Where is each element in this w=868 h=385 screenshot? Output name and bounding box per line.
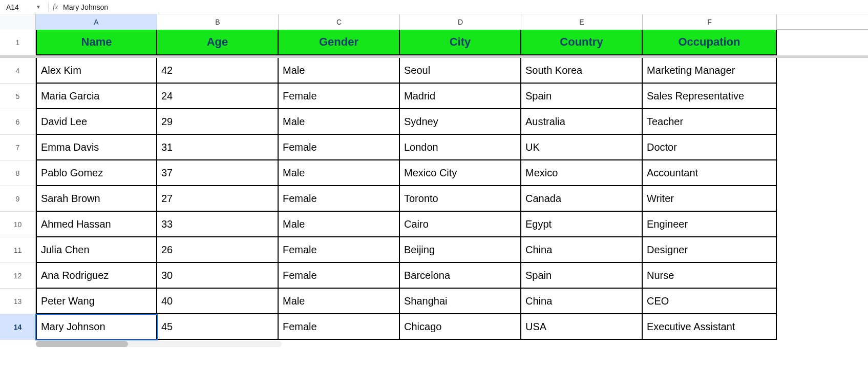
- cell[interactable]: Nurse: [643, 263, 777, 289]
- column-header-d[interactable]: D: [400, 14, 521, 30]
- cell[interactable]: Female: [279, 135, 400, 160]
- cell[interactable]: Male: [279, 289, 400, 314]
- row-header[interactable]: 13: [0, 289, 36, 314]
- cell[interactable]: 42: [157, 58, 279, 84]
- header-cell-city[interactable]: City: [400, 30, 521, 55]
- scrollbar-thumb[interactable]: [36, 341, 128, 347]
- cell[interactable]: Mexico: [521, 160, 643, 186]
- cell[interactable]: China: [521, 237, 643, 263]
- cell[interactable]: 45: [157, 314, 279, 340]
- cell[interactable]: Pablo Gomez: [36, 160, 157, 186]
- row-header[interactable]: 12: [0, 263, 36, 289]
- header-cell-name[interactable]: Name: [36, 30, 157, 55]
- cell[interactable]: London: [400, 135, 521, 160]
- cell[interactable]: 29: [157, 109, 279, 135]
- header-cell-gender[interactable]: Gender: [279, 30, 400, 55]
- cell[interactable]: China: [521, 289, 643, 314]
- cell[interactable]: Toronto: [400, 186, 521, 212]
- table-row: 6David Lee29MaleSydneyAustraliaTeacher: [0, 109, 868, 135]
- cell[interactable]: Designer: [643, 237, 777, 263]
- cell[interactable]: Male: [279, 109, 400, 135]
- cell[interactable]: Female: [279, 314, 400, 340]
- name-box[interactable]: A14 ▼: [3, 2, 44, 12]
- cell[interactable]: 26: [157, 237, 279, 263]
- column-header-f[interactable]: F: [643, 14, 777, 30]
- cell[interactable]: Beijing: [400, 237, 521, 263]
- cell[interactable]: Spain: [521, 263, 643, 289]
- row-header[interactable]: 8: [0, 160, 36, 186]
- header-cell-occupation[interactable]: Occupation: [643, 30, 777, 55]
- cell[interactable]: CEO: [643, 289, 777, 314]
- row-header[interactable]: 9: [0, 186, 36, 212]
- cell[interactable]: 24: [157, 84, 279, 109]
- cell[interactable]: Engineer: [643, 212, 777, 237]
- cell[interactable]: Marketing Manager: [643, 58, 777, 84]
- select-all-corner[interactable]: [0, 14, 36, 30]
- cell[interactable]: Australia: [521, 109, 643, 135]
- row-header[interactable]: 7: [0, 135, 36, 160]
- cell[interactable]: Male: [279, 212, 400, 237]
- cell[interactable]: Canada: [521, 186, 643, 212]
- header-cell-country[interactable]: Country: [521, 30, 643, 55]
- row-header[interactable]: 4: [0, 58, 36, 84]
- cell[interactable]: UK: [521, 135, 643, 160]
- separator: [48, 3, 49, 12]
- cell[interactable]: Cairo: [400, 212, 521, 237]
- cell[interactable]: Male: [279, 160, 400, 186]
- row-header[interactable]: 5: [0, 84, 36, 109]
- cell[interactable]: Barcelona: [400, 263, 521, 289]
- column-header-a[interactable]: A: [36, 14, 157, 30]
- cell[interactable]: Female: [279, 84, 400, 109]
- header-cell-age[interactable]: Age: [157, 30, 279, 55]
- cell[interactable]: USA: [521, 314, 643, 340]
- cell[interactable]: Egypt: [521, 212, 643, 237]
- cell[interactable]: Female: [279, 186, 400, 212]
- cell[interactable]: Sales Representative: [643, 84, 777, 109]
- cell[interactable]: 40: [157, 289, 279, 314]
- cell[interactable]: Sydney: [400, 109, 521, 135]
- cell[interactable]: Maria Garcia: [36, 84, 157, 109]
- cell[interactable]: Mary Johnson: [36, 314, 157, 340]
- cell[interactable]: 37: [157, 160, 279, 186]
- cell[interactable]: Seoul: [400, 58, 521, 84]
- cell[interactable]: Doctor: [643, 135, 777, 160]
- row-header[interactable]: 11: [0, 237, 36, 263]
- row-header[interactable]: 14: [0, 314, 36, 340]
- cell[interactable]: Emma Davis: [36, 135, 157, 160]
- cell[interactable]: Accountant: [643, 160, 777, 186]
- cell[interactable]: Ana Rodriguez: [36, 263, 157, 289]
- cell[interactable]: 27: [157, 186, 279, 212]
- row-header[interactable]: 6: [0, 109, 36, 135]
- row-header[interactable]: 10: [0, 212, 36, 237]
- formula-input[interactable]: Mary Johnson: [63, 3, 108, 11]
- chevron-down-icon[interactable]: ▼: [36, 4, 41, 10]
- horizontal-scrollbar[interactable]: [36, 341, 282, 347]
- column-header-c[interactable]: C: [279, 14, 400, 30]
- cell[interactable]: Teacher: [643, 109, 777, 135]
- cell[interactable]: Spain: [521, 84, 643, 109]
- column-header-b[interactable]: B: [157, 14, 279, 30]
- cell[interactable]: David Lee: [36, 109, 157, 135]
- cell[interactable]: Writer: [643, 186, 777, 212]
- cell[interactable]: Sarah Brown: [36, 186, 157, 212]
- cell[interactable]: Mexico City: [400, 160, 521, 186]
- column-header-e[interactable]: E: [521, 14, 643, 30]
- cell[interactable]: Male: [279, 58, 400, 84]
- cell[interactable]: Female: [279, 263, 400, 289]
- cell[interactable]: 33: [157, 212, 279, 237]
- row-header-1[interactable]: 1: [0, 30, 36, 55]
- cell[interactable]: Peter Wang: [36, 289, 157, 314]
- cell[interactable]: 30: [157, 263, 279, 289]
- cell[interactable]: Julia Chen: [36, 237, 157, 263]
- cell[interactable]: Madrid: [400, 84, 521, 109]
- table-row: 13Peter Wang40MaleShanghaiChinaCEO: [0, 289, 868, 314]
- cell[interactable]: Female: [279, 237, 400, 263]
- cell[interactable]: Ahmed Hassan: [36, 212, 157, 237]
- cell[interactable]: Shanghai: [400, 289, 521, 314]
- cell[interactable]: Chicago: [400, 314, 521, 340]
- cell[interactable]: 31: [157, 135, 279, 160]
- table-row: 10Ahmed Hassan33MaleCairoEgyptEngineer: [0, 212, 868, 237]
- cell[interactable]: Alex Kim: [36, 58, 157, 84]
- cell[interactable]: Executive Assistant: [643, 314, 777, 340]
- cell[interactable]: South Korea: [521, 58, 643, 84]
